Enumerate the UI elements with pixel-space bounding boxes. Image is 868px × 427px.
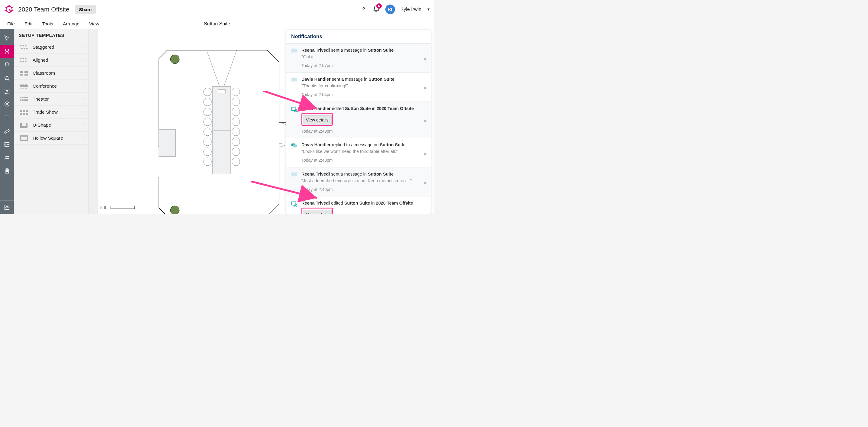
template-trade-show[interactable]: Trade Show› [14, 106, 89, 119]
svg-rect-71 [204, 108, 211, 116]
svg-rect-35 [20, 71, 23, 73]
svg-rect-36 [25, 71, 28, 73]
svg-rect-75 [204, 148, 211, 155]
svg-point-65 [170, 206, 179, 214]
svg-rect-41 [23, 84, 24, 85]
tool-measure[interactable] [0, 124, 14, 138]
svg-rect-62 [26, 123, 28, 128]
notification-item[interactable]: Davis Handler replied to a message on Su… [286, 138, 431, 167]
unread-dot-icon [424, 58, 427, 60]
svg-rect-44 [23, 88, 24, 89]
svg-rect-80 [232, 118, 240, 126]
svg-rect-55 [23, 110, 25, 112]
annotation-arrow-2 [251, 181, 323, 205]
template-u-shape[interactable]: U-Shape› [14, 119, 89, 132]
tool-settings[interactable] [0, 200, 14, 214]
chevron-right-icon: › [82, 71, 84, 76]
user-avatar[interactable]: KI [385, 4, 395, 14]
menu-file[interactable]: File [2, 21, 20, 27]
tool-chair[interactable] [0, 58, 14, 71]
svg-point-10 [6, 51, 7, 52]
svg-point-4 [12, 10, 13, 11]
notification-text: Davis Handler sent a message in Sutton S… [302, 76, 426, 83]
template-icon [19, 57, 29, 63]
svg-point-64 [170, 55, 179, 64]
svg-point-18 [7, 156, 9, 158]
chevron-right-icon: › [82, 58, 84, 62]
notification-time: Today at 2:48pm [302, 157, 426, 163]
svg-rect-52 [24, 99, 26, 101]
view-details-button[interactable]: View details [303, 210, 332, 214]
svg-rect-15 [4, 129, 9, 133]
view-details-button[interactable]: View details [303, 115, 332, 124]
chevron-right-icon: › [82, 45, 84, 50]
svg-rect-56 [26, 110, 28, 112]
notifications-bell[interactable]: 6 [373, 5, 380, 13]
svg-point-7 [8, 50, 9, 51]
svg-point-30 [23, 58, 24, 60]
svg-rect-84 [232, 158, 240, 166]
svg-point-14 [6, 103, 8, 105]
template-label: Classroom [33, 70, 82, 76]
svg-point-33 [23, 61, 24, 62]
svg-rect-54 [20, 110, 22, 112]
unread-dot-icon [424, 152, 427, 155]
svg-point-25 [25, 45, 27, 47]
template-theater[interactable]: Theater› [14, 93, 89, 106]
template-conference[interactable]: Conference› [14, 80, 89, 93]
user-menu-caret-icon[interactable]: ▼ [427, 7, 430, 11]
notifications-title: Notifications [286, 30, 431, 44]
svg-rect-49 [26, 97, 28, 98]
notification-text: Davis Handler replied to a message on Su… [302, 142, 426, 148]
menu-view[interactable]: View [84, 21, 104, 27]
message-icon [290, 48, 298, 54]
svg-rect-81 [232, 128, 240, 136]
template-classroom[interactable]: Classroom› [14, 67, 89, 80]
template-staggered[interactable]: Staggered› [14, 41, 89, 54]
help-icon[interactable] [360, 6, 367, 13]
user-name[interactable]: Kyle Irwin [401, 7, 421, 12]
unread-dot-icon [424, 120, 427, 122]
template-aligned[interactable]: Aligned› [14, 54, 89, 67]
document-title[interactable]: 2020 Team Offsite [18, 6, 69, 13]
notification-item[interactable]: Reena Trivedi sent a message in Sutton S… [286, 44, 431, 73]
notification-quote: "Looks like we won't need the third tabl… [302, 148, 426, 155]
tool-shapes[interactable] [0, 85, 14, 98]
tool-text[interactable] [0, 111, 14, 124]
svg-rect-59 [26, 113, 28, 115]
svg-point-22 [6, 206, 8, 208]
svg-rect-39 [20, 85, 28, 87]
svg-rect-76 [204, 158, 211, 166]
tool-location[interactable] [0, 98, 14, 111]
tool-templates[interactable] [0, 45, 14, 58]
notification-text: Reena Trivedi sent a message in Sutton S… [302, 47, 426, 54]
scale-bar [111, 206, 135, 209]
svg-point-32 [20, 61, 22, 62]
svg-rect-78 [232, 98, 240, 106]
templates-panel: SETUP TEMPLATES Staggered›Aligned›Classr… [14, 29, 89, 214]
svg-rect-47 [22, 97, 24, 98]
svg-rect-83 [232, 148, 240, 155]
svg-rect-70 [204, 98, 211, 106]
svg-point-3 [5, 7, 6, 8]
notification-quote: "Got it!" [302, 54, 426, 60]
reply-icon [290, 142, 298, 149]
svg-line-94 [251, 181, 317, 198]
menu-edit[interactable]: Edit [20, 21, 37, 27]
tool-clipboard[interactable] [0, 164, 14, 178]
tool-people[interactable] [0, 151, 14, 164]
svg-rect-77 [232, 88, 240, 96]
menu-tools[interactable]: Tools [37, 21, 58, 27]
tool-select[interactable] [0, 31, 14, 45]
template-hollow-square[interactable]: Hollow Square› [14, 132, 89, 145]
svg-rect-37 [20, 74, 23, 76]
svg-rect-82 [232, 138, 240, 146]
tool-image[interactable] [0, 138, 14, 151]
menu-arrange[interactable]: Arrange [58, 21, 84, 27]
share-button[interactable]: Share [75, 5, 96, 14]
svg-point-27 [24, 48, 25, 50]
template-icon [19, 70, 29, 77]
tool-favorite[interactable] [0, 71, 14, 85]
top-bar: 2020 Team Offsite Share 6 KI Kyle Irwin … [0, 0, 434, 19]
svg-point-29 [20, 58, 22, 60]
